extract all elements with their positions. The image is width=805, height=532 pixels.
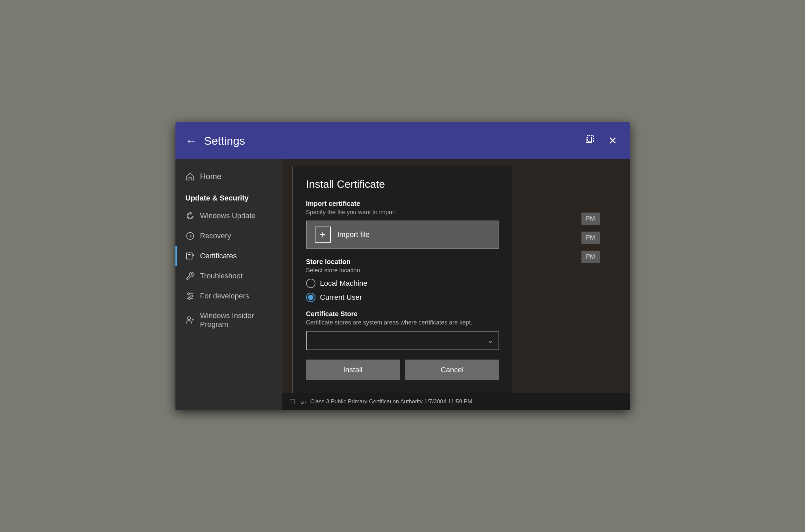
- radio-label-local-machine: Local Machine: [320, 279, 368, 288]
- plus-icon: +: [315, 227, 331, 243]
- svg-point-10: [190, 295, 192, 297]
- cancel-button[interactable]: Cancel: [405, 360, 499, 380]
- svg-rect-15: [290, 399, 294, 404]
- back-button[interactable]: ←: [186, 135, 197, 147]
- svg-point-9: [188, 293, 190, 295]
- window-body: Home Update & Security Windows Update Re…: [175, 159, 630, 410]
- store-location-label: Store location: [306, 258, 499, 266]
- sidebar-item-label: Windows Update: [200, 211, 256, 220]
- page-title: Settings: [204, 134, 583, 147]
- restore-icon: [586, 135, 595, 144]
- bottom-cert-text: Class 3 Public Primary Certification Aut…: [310, 398, 473, 405]
- sidebar-item-label: Windows Insider Program: [200, 311, 272, 329]
- store-location-radio-group: Local Machine Current User: [306, 279, 499, 302]
- window-controls: ✕: [583, 133, 620, 148]
- sidebar-item-label: For developers: [200, 292, 249, 300]
- sidebar-item-windows-update[interactable]: Windows Update: [175, 206, 282, 226]
- store-location-desc: Select store location: [306, 267, 499, 274]
- titlebar: ← Settings ✕: [175, 122, 630, 159]
- sidebar-item-certificates[interactable]: Certificates: [175, 246, 282, 266]
- cert-icon-bottom: [289, 398, 296, 405]
- sliders-icon: [186, 291, 195, 301]
- sidebar: Home Update & Security Windows Update Re…: [175, 159, 282, 410]
- wrench-icon: [186, 271, 195, 281]
- install-certificate-dialog: Install Certificate Import certificate S…: [292, 166, 513, 394]
- close-button[interactable]: ✕: [606, 133, 620, 148]
- radio-label-current-user: Current User: [320, 293, 362, 302]
- sidebar-home-label: Home: [200, 172, 222, 181]
- cert-store-section: Certificate Store Certificate stores are…: [306, 310, 499, 350]
- cert-store-desc: Certificate stores are system areas wher…: [306, 319, 499, 326]
- import-file-button[interactable]: + Import file: [306, 221, 499, 249]
- dialog-overlay: Install Certificate Import certificate S…: [282, 159, 630, 410]
- close-icon: ✕: [608, 135, 617, 147]
- sidebar-item-for-developers[interactable]: For developers: [175, 286, 282, 306]
- cert-store-dropdown[interactable]: ⌄: [306, 331, 499, 350]
- sidebar-item-windows-insider[interactable]: Windows Insider Program: [175, 306, 282, 334]
- svg-rect-0: [588, 136, 593, 142]
- history-icon: [186, 231, 195, 241]
- sidebar-section-title: Update & Security: [175, 187, 282, 206]
- radio-local-machine[interactable]: Local Machine: [306, 279, 499, 288]
- dialog-title: Install Certificate: [306, 178, 499, 190]
- sidebar-item-recovery[interactable]: Recovery: [175, 226, 282, 246]
- radio-circle-local-machine: [306, 279, 315, 288]
- cert-store-label: Certificate Store: [306, 310, 499, 318]
- install-button[interactable]: Install: [306, 360, 400, 380]
- svg-point-16: [301, 401, 303, 403]
- sidebar-item-label: Troubleshoot: [200, 272, 243, 280]
- certificate-icon: [186, 251, 195, 261]
- import-btn-label: Import file: [338, 230, 370, 239]
- radio-circle-current-user: [306, 293, 315, 302]
- radio-current-user[interactable]: Current User: [306, 293, 499, 302]
- sidebar-item-label: Recovery: [200, 232, 231, 240]
- main-content: PM PM PM Install Certificate Import cert…: [282, 159, 630, 410]
- sidebar-item-home[interactable]: Home: [175, 166, 282, 187]
- refresh-icon: [186, 211, 195, 221]
- svg-point-12: [187, 317, 190, 320]
- chevron-down-icon: ⌄: [487, 336, 493, 345]
- sidebar-item-label: Certificates: [200, 252, 237, 260]
- svg-point-11: [188, 298, 190, 299]
- key-icon-bottom: [300, 398, 307, 405]
- dialog-buttons: Install Cancel: [306, 360, 499, 380]
- radio-dot-current-user: [308, 295, 313, 300]
- bottom-bar: Class 3 Public Primary Certification Aut…: [282, 393, 630, 410]
- sidebar-item-troubleshoot[interactable]: Troubleshoot: [175, 266, 282, 286]
- settings-window: ← Settings ✕ Home Update & Secur: [175, 122, 630, 410]
- import-section-label: Import certificate: [306, 200, 499, 208]
- import-section-desc: Specify the file you want to import.: [306, 209, 499, 216]
- home-icon: [186, 172, 195, 181]
- restore-button[interactable]: [583, 134, 597, 148]
- person-add-icon: [186, 316, 195, 325]
